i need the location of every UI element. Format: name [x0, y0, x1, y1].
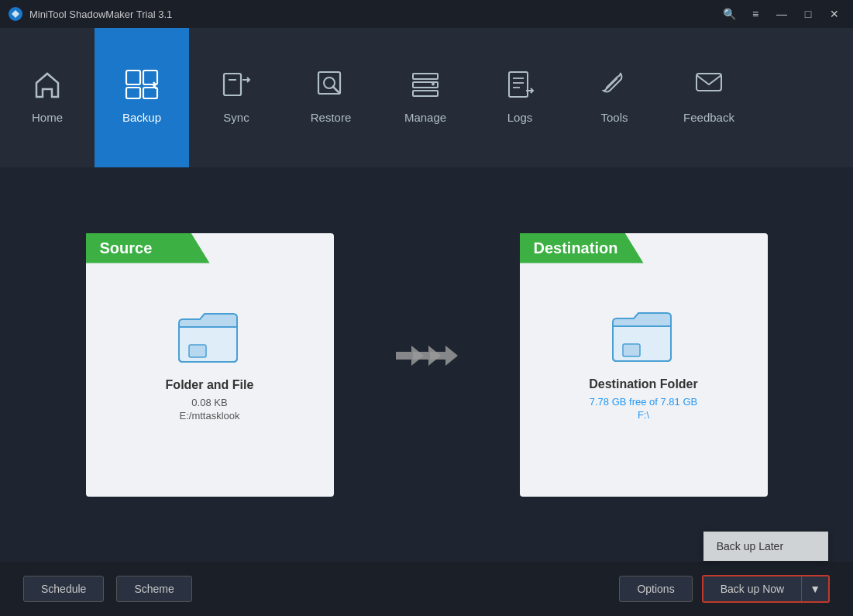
- maximize-button[interactable]: □: [797, 3, 819, 25]
- nav-feedback[interactable]: Feedback: [662, 28, 756, 167]
- tools-icon: [599, 69, 630, 105]
- feedback-icon: [693, 69, 724, 105]
- nav-tools[interactable]: Tools: [567, 28, 662, 167]
- main-content: Source Folder and File 0.08 KB E:/mttask…: [0, 167, 853, 562]
- destination-header: Destination: [520, 233, 644, 263]
- svg-rect-15: [509, 72, 528, 97]
- nav-sync-label: Sync: [223, 111, 249, 124]
- backup-icon: [125, 69, 159, 105]
- nav-bar: Home Backup Sync: [0, 28, 853, 167]
- arrow-icon: [396, 346, 458, 384]
- home-icon: [32, 69, 63, 105]
- svg-rect-5: [224, 74, 241, 95]
- app-logo-icon: [8, 6, 23, 22]
- backup-dropdown-toggle[interactable]: ▼: [802, 576, 828, 601]
- nav-logs[interactable]: Logs: [473, 28, 567, 167]
- source-folder-icon: [175, 308, 245, 366]
- schedule-button[interactable]: Schedule: [23, 576, 104, 602]
- destination-free: 7.78 GB free of 7.81 GB: [590, 396, 697, 408]
- source-size: 0.08 KB: [191, 397, 227, 408]
- svg-rect-22: [189, 345, 206, 357]
- svg-rect-3: [126, 88, 140, 98]
- destination-folder-icon: [609, 307, 679, 365]
- svg-rect-2: [143, 71, 157, 84]
- bottom-bar: Schedule Scheme Options Back up Later Ba…: [0, 562, 853, 616]
- nav-feedback-label: Feedback: [683, 111, 734, 124]
- nav-manage-label: Manage: [404, 111, 446, 124]
- source-card[interactable]: Source Folder and File 0.08 KB E:/mttask…: [86, 233, 334, 497]
- svg-marker-25: [430, 346, 458, 366]
- svg-rect-26: [623, 344, 640, 356]
- scheme-button[interactable]: Scheme: [116, 576, 191, 602]
- destination-card[interactable]: Destination Destination Folder 7.78 GB f…: [520, 233, 768, 497]
- search-button[interactable]: 🔍: [718, 3, 740, 25]
- destination-title: Destination Folder: [589, 377, 697, 391]
- manage-icon: [410, 69, 441, 105]
- nav-tools-label: Tools: [600, 111, 628, 124]
- options-button[interactable]: Options: [619, 576, 692, 602]
- destination-drive: F:\: [638, 409, 649, 421]
- menu-button[interactable]: ≡: [745, 3, 766, 25]
- nav-logs-label: Logs: [507, 111, 533, 124]
- nav-home[interactable]: Home: [0, 28, 95, 167]
- sync-icon: [221, 69, 252, 105]
- nav-backup-label: Backup: [122, 111, 161, 124]
- backup-dropdown-menu: Back up Later: [703, 532, 828, 561]
- nav-restore-label: Restore: [311, 111, 352, 124]
- bottom-right: Options Back up Later Back up Now ▼: [619, 575, 830, 603]
- source-title: Folder and File: [166, 378, 254, 392]
- logs-icon: [504, 69, 535, 105]
- svg-line-10: [332, 86, 340, 94]
- close-button[interactable]: ✕: [824, 3, 845, 25]
- svg-rect-13: [413, 91, 438, 96]
- nav-restore[interactable]: Restore: [284, 28, 378, 167]
- nav-backup[interactable]: Backup: [95, 28, 189, 167]
- backup-now-button[interactable]: Back up Now: [703, 576, 802, 601]
- title-bar-left: MiniTool ShadowMaker Trial 3.1: [8, 6, 172, 22]
- app-title: MiniTool ShadowMaker Trial 3.1: [29, 9, 172, 20]
- nav-home-label: Home: [32, 111, 63, 124]
- svg-point-14: [432, 83, 435, 86]
- svg-rect-4: [143, 88, 157, 98]
- title-bar: MiniTool ShadowMaker Trial 3.1 🔍 ≡ — □ ✕: [0, 0, 853, 28]
- restore-icon: [315, 69, 346, 105]
- source-path: E:/mttasklook: [179, 410, 239, 422]
- svg-rect-21: [697, 74, 721, 91]
- minimize-button[interactable]: —: [771, 3, 793, 25]
- title-bar-controls: 🔍 ≡ — □ ✕: [718, 3, 845, 25]
- svg-rect-1: [126, 71, 140, 84]
- backup-later-item[interactable]: Back up Later: [704, 532, 827, 560]
- source-header: Source: [86, 233, 210, 263]
- nav-sync[interactable]: Sync: [189, 28, 284, 167]
- svg-rect-11: [413, 74, 438, 79]
- backup-button-group: Back up Later Back up Now ▼: [702, 575, 830, 603]
- bottom-left: Schedule Scheme: [23, 576, 192, 602]
- nav-manage[interactable]: Manage: [378, 28, 473, 167]
